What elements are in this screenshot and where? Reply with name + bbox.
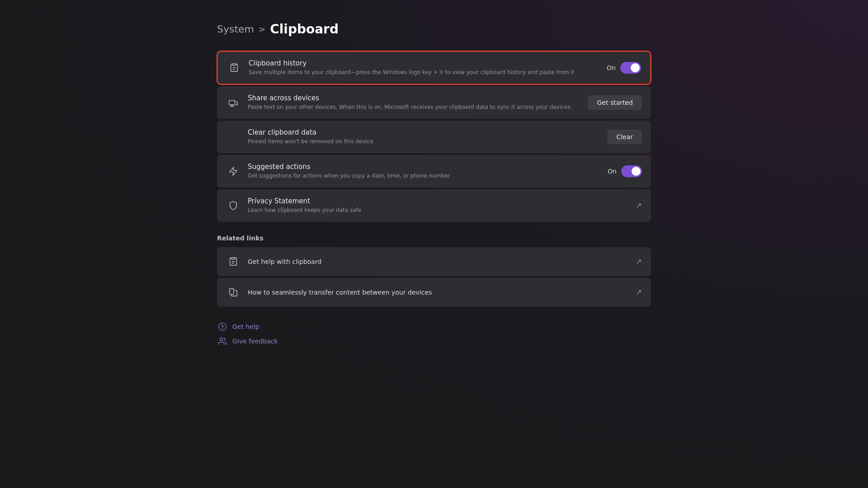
settings-item-suggested-actions: Suggested actions Get suggestions for ac… — [217, 155, 651, 188]
suggested-actions-toggle-label: On — [608, 168, 617, 175]
get-help-clipboard-icon — [226, 254, 241, 269]
share-devices-title: Share across devices — [248, 94, 580, 102]
settings-item-clipboard-history: Clipboard history Save multiple items to… — [217, 51, 651, 84]
suggested-actions-icon — [226, 164, 241, 178]
clipboard-history-desc: Save multiple items to your clipboard—pr… — [249, 69, 599, 76]
get-help-link[interactable]: Get help — [217, 321, 651, 332]
related-links-label: Related links — [217, 235, 651, 242]
svg-rect-11 — [230, 289, 234, 295]
clear-clipboard-desc: Pinned items won't be removed on this de… — [248, 138, 600, 145]
related-link-transfer-content[interactable]: How to seamlessly transfer content betwe… — [217, 278, 651, 307]
share-devices-content: Share across devices Paste text on your … — [248, 94, 580, 111]
privacy-title: Privacy Statement — [248, 197, 629, 205]
transfer-content-icon — [226, 285, 241, 300]
footer-links: Get help Give feedback — [217, 321, 651, 347]
clipboard-history-title: Clipboard history — [249, 59, 599, 67]
give-feedback-link[interactable]: Give feedback — [217, 336, 651, 347]
svg-rect-0 — [232, 64, 236, 66]
get-help-link-icon — [217, 321, 228, 332]
transfer-content-text: How to seamlessly transfer content betwe… — [248, 289, 629, 296]
breadcrumb-separator: > — [259, 24, 265, 34]
clipboard-history-toggle[interactable] — [620, 62, 641, 74]
settings-item-clear-clipboard: Clear clipboard data Pinned items won't … — [217, 121, 651, 153]
privacy-action: ↗ — [636, 201, 642, 210]
clipboard-history-icon — [227, 61, 241, 75]
transfer-content-external-icon: ↗ — [636, 288, 642, 296]
get-help-clipboard-text: Get help with clipboard — [248, 258, 629, 265]
suggested-actions-content: Suggested actions Get suggestions for ac… — [248, 163, 600, 180]
related-links-list: Get help with clipboard ↗ How to seamles… — [217, 247, 651, 307]
suggested-actions-title: Suggested actions — [248, 163, 600, 171]
share-devices-desc: Paste text on your other devices. When t… — [248, 103, 580, 111]
suggested-actions-desc: Get suggestions for actions when you cop… — [248, 172, 600, 180]
svg-point-13 — [222, 328, 223, 329]
clipboard-history-toggle-label: On — [607, 64, 616, 71]
share-devices-action: Get started — [588, 95, 642, 110]
privacy-content: Privacy Statement Learn how clipboard ke… — [248, 197, 629, 214]
related-link-get-help-clipboard[interactable]: Get help with clipboard ↗ — [217, 247, 651, 276]
privacy-external-link-icon: ↗ — [636, 201, 642, 210]
settings-item-privacy[interactable]: Privacy Statement Learn how clipboard ke… — [217, 189, 651, 222]
svg-rect-3 — [229, 100, 235, 104]
clear-clipboard-content: Clear clipboard data Pinned items won't … — [248, 128, 600, 145]
breadcrumb-title: Clipboard — [270, 22, 339, 37]
get-started-button[interactable]: Get started — [588, 95, 642, 110]
clipboard-history-content: Clipboard history Save multiple items to… — [249, 59, 599, 76]
breadcrumb-system: System — [217, 23, 254, 35]
share-devices-icon — [226, 95, 241, 110]
suggested-actions-action: On — [608, 165, 642, 177]
give-feedback-link-icon — [217, 336, 228, 347]
get-help-link-text: Get help — [232, 323, 259, 330]
page-container: System > Clipboard Clipboard history Sav… — [208, 22, 660, 347]
privacy-icon — [226, 198, 241, 213]
privacy-desc: Learn how clipboard keeps your data safe — [248, 206, 629, 214]
svg-point-14 — [220, 338, 223, 341]
svg-rect-8 — [231, 258, 235, 259]
svg-point-12 — [219, 323, 226, 330]
clear-clipboard-icon — [226, 130, 241, 144]
give-feedback-link-text: Give feedback — [232, 338, 278, 345]
suggested-actions-toggle[interactable] — [621, 165, 642, 177]
settings-list: Clipboard history Save multiple items to… — [217, 51, 651, 222]
get-help-clipboard-external-icon: ↗ — [636, 257, 642, 266]
clipboard-history-action: On — [607, 62, 641, 74]
clear-clipboard-action: Clear — [607, 130, 642, 144]
settings-item-share-devices: Share across devices Paste text on your … — [217, 86, 651, 119]
breadcrumb: System > Clipboard — [217, 22, 651, 37]
clear-button[interactable]: Clear — [607, 130, 642, 144]
svg-marker-7 — [230, 167, 237, 175]
clear-clipboard-title: Clear clipboard data — [248, 128, 600, 136]
